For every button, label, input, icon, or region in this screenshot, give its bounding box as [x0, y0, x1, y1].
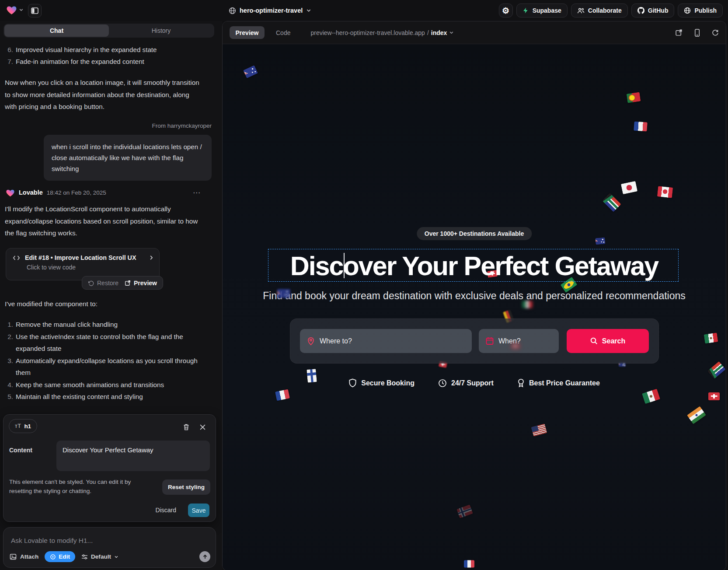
globe-icon: [229, 7, 236, 14]
user-message-bubble: when i scroll into the individual locati…: [44, 135, 212, 181]
edit-version-card[interactable]: Edit #18 • Improve Location Scroll UX Cl…: [6, 248, 160, 280]
text-caret: [344, 253, 345, 278]
publish-button[interactable]: Publish: [678, 3, 723, 17]
message-menu-button[interactable]: ⋯: [193, 188, 201, 197]
assistant-paragraph: I've modified the component to:: [5, 298, 206, 310]
preview-toolbar: Preview Code preview--hero-optimizer-tra…: [223, 21, 726, 44]
feature-best-price: Best Price Guarantee: [517, 378, 600, 388]
sidebar-tabs: Chat History: [3, 24, 214, 38]
people-icon: [577, 7, 585, 14]
chevron-down-icon: [449, 30, 454, 35]
edit-card-title: Edit #18 • Improve Location Scroll UX: [25, 254, 144, 261]
sliders-icon: [81, 554, 88, 560]
discard-button[interactable]: Discard: [156, 507, 176, 514]
close-icon[interactable]: [198, 423, 207, 431]
edit-card-subtitle: Click to view code: [6, 261, 159, 271]
chevron-down-icon: [114, 555, 118, 559]
award-icon: [517, 378, 525, 388]
feature-secure-booking: Secure Booking: [348, 378, 415, 388]
tab-history[interactable]: History: [109, 24, 213, 37]
supabase-bolt-icon: [522, 7, 529, 14]
no-flag-icon: [456, 504, 473, 518]
edit-mode-toggle[interactable]: Edit: [45, 551, 75, 562]
preview-viewport: Over 1000+ Destinations Available Discov…: [223, 44, 726, 570]
when-input[interactable]: When?: [479, 329, 559, 353]
mode-selector[interactable]: Default: [81, 553, 118, 560]
shield-icon: [348, 378, 357, 388]
tab-code[interactable]: Code: [276, 29, 290, 36]
au-flag-icon: [277, 289, 290, 298]
list-item: 2.Use the activeIndex state to control b…: [3, 331, 212, 355]
top-bar: hero-optimizer-travel ⚙ Supabase Collabo…: [0, 0, 728, 21]
composer-input[interactable]: Ask Lovable to modify H1...: [11, 537, 93, 545]
content-input[interactable]: Discover Your Perfect Getaway: [56, 441, 210, 471]
delete-element-button[interactable]: [182, 423, 191, 431]
feature-support: 24/7 Support: [438, 378, 494, 388]
chat-sidebar: Chat History 6.Improved visual hierarchy…: [0, 21, 222, 570]
destinations-badge: Over 1000+ Destinations Available: [417, 227, 532, 240]
message-timestamp: 18:42 on Feb 20, 2025: [47, 189, 106, 196]
fr-flag-icon: [634, 121, 647, 131]
search-icon: [590, 337, 598, 345]
open-in-new-tab-icon[interactable]: [675, 29, 683, 36]
assistant-name: Lovable: [19, 189, 43, 196]
feature-row: Secure Booking 24/7 Support Best Price G…: [223, 378, 726, 388]
assistant-paragraph: Now when you click on a location image, …: [5, 77, 201, 113]
send-button[interactable]: [199, 551, 210, 562]
chevron-right-icon: [149, 255, 154, 260]
list-item: 4.Keep the same smooth animations and tr…: [3, 379, 212, 391]
where-placeholder: Where to?: [320, 337, 352, 345]
panel-left-icon: [31, 7, 38, 14]
globe-icon: [684, 7, 691, 14]
github-button[interactable]: GitHub: [631, 3, 675, 17]
assistant-paragraph: I'll modify the LocationScroll component…: [5, 203, 208, 239]
code-icon: [13, 255, 20, 261]
restore-icon: [88, 280, 94, 286]
refresh-icon[interactable]: [712, 29, 719, 36]
topbar-actions: ⚙ Supabase Collaborate GitHub Publish: [499, 3, 723, 17]
ch-flag-icon: [511, 343, 520, 349]
preview-version-button[interactable]: Preview: [125, 280, 157, 287]
za-flag-icon: [707, 361, 725, 379]
au-flag-icon: [243, 65, 258, 78]
jp-flag-icon: [621, 181, 637, 195]
map-pin-icon: [307, 337, 315, 346]
chevron-down-icon: [19, 7, 24, 12]
calendar-icon: [486, 337, 494, 345]
tab-chat[interactable]: Chat: [4, 24, 109, 37]
element-editor-panel: тT h1 Content Discover Your Perfect Geta…: [3, 414, 216, 522]
restore-button[interactable]: Restore: [88, 280, 118, 287]
where-input[interactable]: Where to?: [300, 329, 472, 353]
mx-flag-icon: [642, 389, 660, 404]
mobile-view-icon[interactable]: [694, 29, 700, 37]
in-flag-icon: [687, 406, 706, 424]
list-item: 3.Automatically expand/collapse location…: [3, 355, 212, 379]
project-name: hero-optimizer-travel: [240, 7, 303, 14]
gear-icon: ⚙: [502, 7, 509, 15]
supabase-button[interactable]: Supabase: [516, 3, 568, 17]
version-actions-pill: Restore Preview: [82, 276, 163, 290]
sidebar-toggle-button[interactable]: [28, 4, 42, 17]
assistant-list-previous: 6.Improved visual hierarchy in the expan…: [3, 44, 208, 67]
preview-toolbar-tools: [675, 29, 719, 37]
project-selector[interactable]: hero-optimizer-travel: [229, 0, 311, 21]
selected-element-tag-badge: тT h1: [9, 419, 37, 433]
preview-url-selector[interactable]: preview--hero-optimizer-travel.lovable.a…: [310, 29, 454, 36]
lovable-logo-menu[interactable]: [6, 5, 24, 15]
clock-icon: [438, 379, 447, 388]
typography-icon: тT: [15, 423, 21, 429]
hero-heading[interactable]: Discover Your Perfect Getaway: [223, 251, 726, 281]
reset-styling-button[interactable]: Reset styling: [162, 479, 210, 495]
fr-flag-icon: [464, 560, 474, 568]
element-tag: h1: [24, 423, 31, 430]
mx-flag-icon: [704, 333, 718, 344]
search-button[interactable]: Search: [567, 329, 649, 353]
attach-button[interactable]: Attach: [10, 553, 38, 560]
collaborate-button[interactable]: Collaborate: [571, 3, 628, 17]
save-button[interactable]: Save: [188, 504, 209, 517]
arrow-up-icon: [202, 554, 208, 560]
list-item: 5.Maintain all the existing content and …: [3, 391, 212, 403]
lovable-heart-icon: [6, 5, 17, 15]
tab-preview[interactable]: Preview: [230, 26, 265, 39]
settings-button[interactable]: ⚙: [499, 3, 513, 17]
